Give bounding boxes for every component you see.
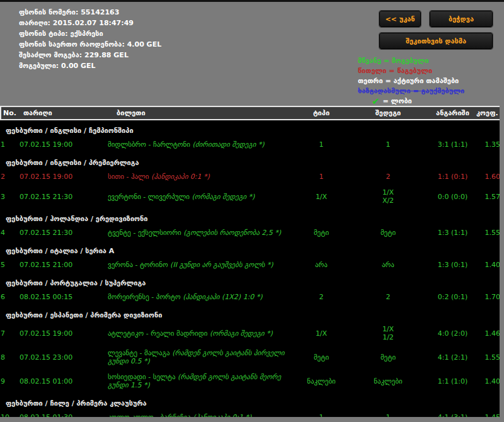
coefficient-cell: 1.35 [476, 137, 500, 152]
legend-text: წითელი = წაგებული [358, 67, 432, 75]
ticket-cell: ევერტონი - ლივერპული (ორმაგი შედეგი *) [108, 185, 295, 208]
info-value: 55142163 [81, 8, 119, 16]
coefficient-cell: 1.60 [476, 169, 500, 185]
league-section-title: ფეხბურთი / ჩილე / პრიმერა კლაუსურა [1, 393, 500, 409]
print-button[interactable]: ბეჭდვა [430, 11, 493, 27]
result-cell: 2 [347, 169, 429, 185]
info-value: 0.00 GEL [61, 62, 96, 70]
type-cell: 1 [295, 137, 347, 152]
result-line: 2 [347, 173, 429, 181]
checkmark-icon: ✔ [372, 97, 380, 106]
league-section-row: ფეხბურთი / იტალია / სერია A [1, 241, 500, 257]
bet-number-cell: 2 [1, 169, 20, 185]
type-cell: მეტი [295, 345, 347, 369]
info-line: ფსონის ტიპი: ექსპრესი [19, 28, 161, 39]
ticket-cell: სითი - ჰალი (ჰანდიკაპი 0:1 *) [108, 169, 295, 185]
ticket-cell: ატლეტიკო - რეალი მადრიდი (ორმაგი შედეგი … [108, 321, 295, 345]
league-section-title: ფეხბურთი / ესპანეთი / პრიმერა დივიზიონი [1, 305, 500, 321]
result-line: X/2 [347, 197, 429, 205]
coefficient-cell: 1.40 [476, 369, 500, 393]
coefficient-cell: 1.70 [476, 289, 500, 305]
info-line: ფსონის ნომერი: 55142163 [19, 7, 161, 18]
bet-number-cell: 3 [1, 185, 20, 208]
league-section-row: ფეხბურთი / ინგლისი / პრემიერლიგა [1, 152, 500, 169]
date-cell: 07.02.15 23:00 [20, 345, 108, 369]
result-cell: 1 [347, 409, 429, 417]
score-cell: 1:3 (1:1) [429, 225, 476, 241]
info-label: შესაძლო მოგება: [19, 51, 84, 59]
ticket-cell: ლევანტე - მალაგა (რამდენ გოლს გაიტანს პი… [108, 345, 295, 369]
type-cell: ნაკლები [295, 369, 347, 393]
bet-row: 107.02.15 19:00მიდლსბრო - ჩარლტონი (ძირი… [1, 137, 500, 152]
match-name: სოსიედადი - სელტა [108, 373, 178, 381]
match-name: ლევანტე - მალაგა [108, 349, 172, 357]
league-section-row: ფეხბურთი / ჩილე / პრიმერა კლაუსურა [1, 393, 500, 409]
match-name: სითი - ჰალი [108, 173, 151, 181]
bet-description: (ჰანდიკაპი 0:1 *) [193, 413, 251, 417]
result-line: 1 [347, 413, 429, 417]
result-cell: მეტი [347, 345, 429, 369]
bet-number-cell: 7 [1, 321, 20, 345]
bet-description: (II გუნდი არ გაუშვებს გოლს *) [170, 261, 273, 269]
info-line: მოგებული: 0.00 GEL [19, 60, 161, 71]
bet-number-cell: 9 [1, 369, 20, 393]
coefficient-cell: 1.57 [476, 185, 500, 208]
bets-table: No. თარიღი ბილეთი ტიპი შედეგი ანგარიში კ… [0, 106, 500, 417]
date-cell: 07.02.15 19:00 [20, 321, 108, 345]
result-line: 1/X [347, 325, 429, 333]
date-cell: 07.02.15 19:00 [20, 169, 108, 185]
bet-description: (ჰანდიკაპი (1X2) 1:0 *) [183, 293, 262, 301]
league-section-row: ფეხბურთი / ინგლისი / ჩემპიონშიპი [1, 120, 500, 137]
result-line: მეტი [347, 229, 429, 237]
bet-number-cell: 4 [1, 225, 20, 241]
date-cell: 07.02.15 19:00 [20, 137, 108, 152]
info-value: 229.88 GEL [84, 51, 129, 59]
score-cell: 4:1 (2:1) [429, 345, 476, 369]
type-cell: მეტი [295, 225, 347, 241]
match-name: კოლო კოლო - ბარნეჩეა [108, 413, 193, 417]
info-value: ექსპრესი [71, 30, 103, 38]
legend: მწვანე = მოგებულიწითელი = წაგებულითეთრი … [358, 56, 464, 106]
bet-description: (ძირითადი შედეგი *) [193, 140, 265, 149]
table-body: ფეხბურთი / ინგლისი / ჩემპიონშიპი107.02.1… [1, 120, 500, 417]
coefficient-cell: 1.40 [476, 257, 500, 273]
match-name: ევერტონი - ლივერპული [108, 193, 192, 201]
nav-button-row: << უკან ბეჭდვა [379, 11, 493, 27]
legend-text: მწვანე = მოგებული [358, 57, 429, 65]
type-cell: 1 [295, 409, 347, 417]
result-line: მეტი [347, 353, 429, 362]
league-section-row: ფეხბურთი / პორტუგალია / სუპერლიგა [1, 273, 500, 289]
bets-table-wrap: No. თარიღი ბილეთი ტიპი შედეგი ანგარიში კ… [0, 106, 500, 417]
result-cell: 1 [347, 137, 429, 152]
bet-row: 608.02.15 00:15მორეირენსე - პორტო (ჰანდი… [1, 289, 500, 305]
legend-text: ხაზგადასმული = გაუქმებული [358, 87, 464, 95]
league-section-title: ფეხბურთი / ინგლისი / პრემიერლიგა [1, 152, 500, 169]
score-cell: 0:2 (0:1) [429, 289, 476, 305]
result-line: არა [347, 261, 429, 269]
bet-row: 507.02.15 21:00ვერონა - ტორინო (II გუნდი… [1, 257, 500, 273]
legend-text: = ლობი [383, 96, 412, 106]
match-name: მიდლსბრო - ჩარლტონი [108, 140, 193, 149]
type-cell: 2 [295, 289, 347, 305]
match-name: მორეირენსე - პორტო [108, 293, 183, 301]
col-header-no: No. [1, 106, 20, 120]
back-button[interactable]: << უკან [379, 11, 421, 27]
legend-item: წითელი = წაგებული [358, 66, 464, 76]
score-cell: 1:1 (1:0) [429, 369, 476, 393]
result-line: 2 [347, 293, 429, 301]
score-cell: 4:0 (2:0) [429, 321, 476, 345]
col-header-date: თარიღი [20, 106, 108, 120]
league-section-row: ფეხბურთი / ჰოლანდია / ერედივიზიონი [1, 208, 500, 225]
type-cell: 1/X [295, 321, 347, 345]
result-cell: მეტი [347, 225, 429, 241]
bet-description: (ორმაგი შედეგი *) [192, 193, 255, 201]
info-label: ფსონის საერთო რაოდენობა: [19, 40, 127, 48]
date-cell: 07.02.15 21:30 [20, 225, 108, 241]
ask-question-button[interactable]: შეკითხვის დასმა [379, 33, 493, 49]
type-cell: არა [295, 257, 347, 273]
action-buttons: << უკან ბეჭდვა შეკითხვის დასმა [379, 11, 493, 49]
score-cell: 3:1 (1:1) [429, 137, 476, 152]
page-header: ფსონის ნომერი: 55142163თარიღი: 2015.02.0… [0, 2, 504, 106]
league-section-title: ფეხბურთი / იტალია / სერია A [1, 241, 500, 257]
info-line: ფსონის საერთო რაოდენობა: 4.00 GEL [19, 39, 161, 50]
